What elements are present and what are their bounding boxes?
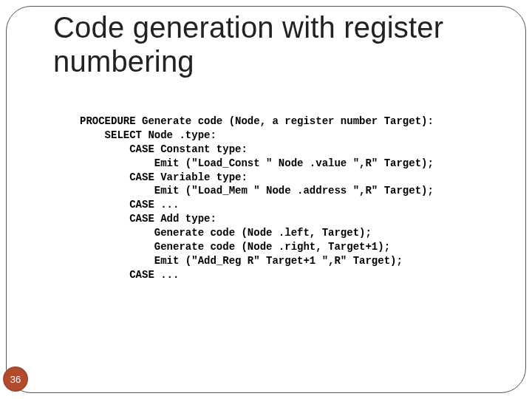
code-line: CASE Add type: xyxy=(80,213,216,225)
page-number-badge: 36 xyxy=(3,366,28,392)
code-line: Generate code (Node .left, Target); xyxy=(80,227,372,239)
code-line: CASE ... xyxy=(80,199,179,211)
code-block: PROCEDURE Generate code (Node, a registe… xyxy=(80,115,434,282)
code-line: CASE ... xyxy=(80,269,179,281)
slide-title: Code generation with register numbering xyxy=(53,10,502,78)
code-line: CASE Variable type: xyxy=(80,171,248,183)
slide: Code generation with register numbering … xyxy=(0,0,532,399)
code-line: SELECT Node .type: xyxy=(80,129,216,141)
code-line: Generate code (Node .right, Target+1); xyxy=(80,241,390,253)
code-line: PROCEDURE Generate code (Node, a registe… xyxy=(80,115,434,127)
code-line: Emit ("Load_Mem " Node .address ",R" Tar… xyxy=(80,185,434,197)
code-line: CASE Constant type: xyxy=(80,143,248,155)
page-number: 36 xyxy=(10,374,21,385)
code-line: Emit ("Add_Reg R" Target+1 ",R" Target); xyxy=(80,255,403,267)
code-line: Emit ("Load_Const " Node .value ",R" Tar… xyxy=(80,157,434,169)
